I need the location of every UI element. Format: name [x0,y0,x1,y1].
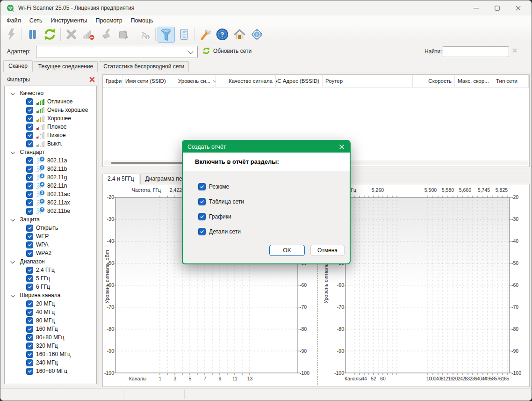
checkbox-checked[interactable] [26,107,33,114]
signal-remove-icon[interactable] [80,27,97,43]
report-option-row[interactable]: Таблица сети [198,198,244,205]
delete-icon[interactable] [63,27,80,43]
checkbox-checked[interactable] [26,275,33,282]
filter-item[interactable]: Отличное [5,97,96,106]
filter-item[interactable]: Плохое [5,123,96,131]
filter-item[interactable]: 160 МГц [5,325,96,333]
checkbox-checked[interactable] [26,334,33,341]
filter-section-standard[interactable]: Стандарт [5,148,96,156]
filter-item[interactable]: 160+80 МГц [5,367,96,375]
checkbox-checked[interactable] [26,241,33,248]
help-icon[interactable]: ? [214,27,231,43]
checkbox-checked[interactable] [26,225,33,232]
checkbox-checked[interactable] [26,300,33,307]
filter-item[interactable]: 6 ГГц [5,283,96,291]
filter-item[interactable]: 240 МГц [5,358,96,367]
column-graph[interactable]: График [103,75,122,87]
filter-item[interactable]: 7 802.11be [5,207,96,215]
tab-scanner[interactable]: Сканер [3,60,33,72]
checkbox-checked[interactable] [26,132,33,139]
about-icon[interactable]: i [248,27,266,43]
adapter-combobox[interactable] [36,46,198,58]
column-router[interactable]: Роутер [323,75,413,87]
column-max-speed[interactable]: Макс. скор... [455,75,493,87]
checkbox-checked[interactable] [26,267,33,274]
minimize-button[interactable] [466,0,487,15]
filter-item[interactable]: 320 МГц [5,342,96,350]
checkbox-checked[interactable] [26,140,33,147]
column-network-type[interactable]: Тип сети [493,75,529,87]
filter-item[interactable]: 80+80 МГц [5,333,96,342]
ok-button[interactable]: OK [269,245,305,256]
menu-help[interactable]: Помощь [127,16,158,25]
scan-lightning-icon[interactable] [2,27,20,43]
filter-section-security[interactable]: Защита [5,215,96,224]
close-button[interactable] [508,0,529,15]
report-option-row[interactable]: Детали сети [198,228,241,235]
filter-item[interactable]: 2,4 ГГц [5,266,96,274]
filter-item[interactable]: 2 802.11b [5,165,96,173]
filter-item[interactable]: WPA [5,241,96,249]
checkbox-checked[interactable] [198,198,206,205]
refresh-networks-button[interactable]: Обновить сети [202,47,252,55]
report-option-row[interactable]: Резюме [198,183,229,190]
wifi-off-icon[interactable]: ! [136,27,153,43]
filter-item[interactable]: 6 802.11ax [5,198,96,207]
checkbox-checked[interactable] [26,284,33,291]
filter-item[interactable]: WEP [5,232,96,241]
checkbox-checked[interactable] [26,174,33,181]
filter-item[interactable]: Хорошее [5,114,96,123]
checkbox-checked[interactable] [26,250,33,257]
filter-item[interactable]: Низкое [5,131,96,139]
checkbox-checked[interactable] [26,98,33,105]
checkbox-checked[interactable] [26,317,33,324]
menu-network[interactable]: Сеть [25,16,47,25]
sidebar-splitter[interactable] [99,73,99,386]
column-ssid[interactable]: Имя сети (SSID) [122,75,175,87]
checkbox-checked[interactable] [26,309,33,316]
dialog-title-bar[interactable]: Создать отчёт [183,141,350,153]
filter-section-band[interactable]: Диапазон [5,257,96,266]
checkbox-checked[interactable] [26,208,33,215]
checkbox-checked[interactable] [26,182,33,190]
checkbox-checked[interactable] [198,183,206,190]
checkbox-checked[interactable] [26,326,33,333]
checkbox-checked[interactable] [26,233,33,240]
tab-wireless-statistics[interactable]: Статистика беспроводной сети [99,61,189,72]
checkbox-checked[interactable] [26,199,33,206]
filter-item[interactable]: 80 МГц [5,316,96,325]
checkbox-checked[interactable] [26,115,33,122]
pause-icon[interactable] [24,27,41,43]
checkbox-checked[interactable] [26,368,33,375]
find-clear-icon[interactable]: ✕ [512,47,518,54]
filter-item[interactable]: Очень хорошее [5,106,96,114]
filter-section-quality[interactable]: Качество [5,89,96,97]
filter-section-channel-width[interactable]: Ширина канала [5,291,96,299]
column-speed[interactable]: Скорость [413,75,455,87]
chart-tab-bands[interactable]: 2.4 и 5ГГц [102,174,139,184]
filter-item[interactable]: WPA2 [5,249,96,257]
filter-item[interactable]: 4 802.11n [5,182,96,190]
filters-close-icon[interactable] [89,77,95,82]
filter-item[interactable]: Выкл. [5,139,96,148]
report-option-row[interactable]: Графики [198,213,231,220]
column-signal-level[interactable]: Уровень си... [175,75,216,87]
tab-current-connection[interactable]: Текущее соединение [34,61,98,72]
find-input[interactable] [443,46,509,57]
checkbox-checked[interactable] [26,191,33,198]
home-icon[interactable] [231,27,248,43]
checkbox-checked[interactable] [26,124,33,131]
column-mac-bssid[interactable]: MAC Адрес (BSSID) [276,75,323,87]
menu-file[interactable]: Файл [2,16,25,25]
refresh-icon[interactable] [41,27,58,43]
checkbox-checked[interactable] [26,166,33,173]
filter-item[interactable]: 5 ГГц [5,274,96,283]
menu-view[interactable]: Просмотр [92,16,127,25]
filter-item[interactable]: Открыть [5,224,96,232]
checkbox-checked[interactable] [26,351,33,358]
filter-icon[interactable] [158,27,175,43]
filter-item[interactable]: 160+160 МГц [5,350,96,358]
cancel-button[interactable]: Отмена [310,245,345,256]
clear-list-icon[interactable] [115,27,132,43]
filter-item[interactable]: 3 802.11a [5,156,96,165]
